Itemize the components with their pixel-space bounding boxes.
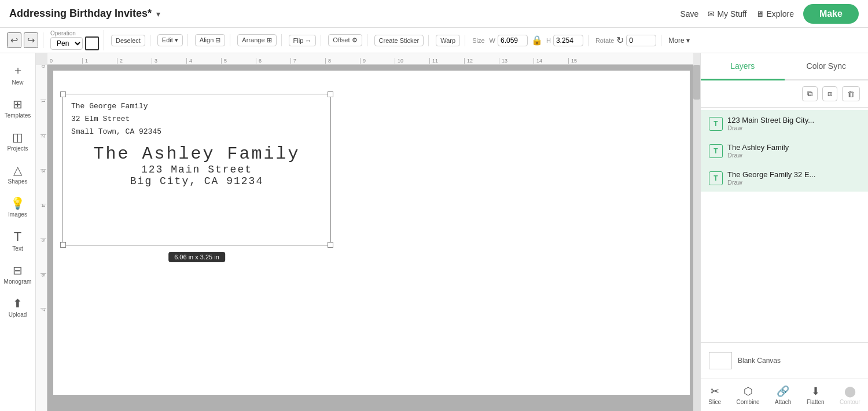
operation-select[interactable]: Pen (50, 37, 83, 50)
toolbar-undo-group: ↩ ↪ (7, 32, 43, 48)
panel-bottom: Blank Canvas (701, 342, 868, 379)
create-sticker-button[interactable]: Create Sticker (374, 35, 424, 46)
explore-button[interactable]: 🖥 Explore (756, 9, 794, 19)
blank-canvas-area: Blank Canvas (709, 348, 860, 373)
rotate-label: Rotate (595, 37, 614, 44)
toolbar-rotate-group: Rotate ↻ (595, 35, 661, 46)
offset-button[interactable]: Offset ⚙ (328, 34, 362, 46)
header-right: Save ✉ My Stuff 🖥 Explore Make (680, 4, 859, 24)
edit-button[interactable]: Edit ▾ (157, 34, 183, 46)
flatten-icon: ⬇ (811, 385, 820, 398)
layer-list: T 123 Main Street Big City... Draw T The… (701, 108, 868, 227)
layer-info: The George Family 32 E... Draw (727, 170, 860, 186)
sidebar-item-templates[interactable]: ⊞ Templates (2, 93, 34, 123)
deselect-button[interactable]: Deselect (111, 35, 145, 46)
undo-button[interactable]: ↩ (7, 32, 21, 48)
layer-type-icon: T (709, 117, 723, 131)
canvas-area[interactable]: 0 1 2 3 4 5 6 7 8 9 10 11 12 13 14 15 0 (36, 53, 700, 411)
sidebar-item-shapes[interactable]: △ Shapes (2, 159, 34, 189)
header-left: Addressing Birthday Invites* ▾ (9, 8, 160, 20)
toolbar-operation-group: Operation Pen (50, 30, 104, 50)
save-button[interactable]: Save (680, 9, 698, 19)
envelope-icon: ✉ (708, 9, 715, 19)
size-tooltip: 6.06 in x 3.25 in (168, 252, 225, 262)
combine-tool[interactable]: ⬡ Combine (732, 383, 764, 408)
group-layers-button[interactable]: ⧈ (822, 86, 837, 101)
handle-tl[interactable] (60, 91, 66, 97)
slice-icon: ✂ (711, 385, 719, 398)
scrollbar-thumb[interactable] (693, 65, 700, 100)
layer-type-icon: T (709, 171, 723, 185)
handle-br[interactable] (328, 242, 333, 248)
handle-bl[interactable] (60, 242, 66, 248)
toolbar-arrange-group: Arrange ⊞ (237, 34, 281, 46)
flatten-tool[interactable]: ⬇ Flatten (802, 383, 829, 408)
slice-tool[interactable]: ✂ Slice (704, 383, 726, 408)
warp-button[interactable]: Warp (436, 35, 460, 46)
duplicate-layers-button[interactable]: ⧉ (802, 86, 818, 101)
tab-colorsync[interactable]: Color Sync (785, 53, 869, 80)
panel-actions: ⧉ ⧈ 🗑 (701, 80, 868, 108)
layer-item[interactable]: T 123 Main Street Big City... Draw (701, 110, 868, 137)
layer-type-icon: T (709, 144, 723, 158)
lock-icon: 🔒 (530, 35, 544, 46)
operation-label-text: Operation Pen (50, 30, 99, 50)
contour-tool: ⬤ Contour (835, 383, 865, 408)
sidebar: ＋ New ⊞ Templates ◫ Projects △ Shapes 💡 … (0, 53, 36, 411)
rotate-input[interactable] (626, 35, 656, 46)
ruler-left: 0 1 2 3 4 5 6 7 (36, 65, 47, 411)
toolbar-size-group: Size W 🔒 H (472, 35, 589, 46)
width-input[interactable] (498, 35, 528, 46)
canvas-grid[interactable]: The George Family 32 Elm Street Small To… (47, 65, 693, 411)
make-button[interactable]: Make (803, 4, 859, 24)
sidebar-item-projects[interactable]: ◫ Projects (2, 126, 34, 156)
sidebar-item-monogram[interactable]: ⊟ Monogram (2, 259, 34, 289)
monogram-icon: ⊟ (13, 263, 23, 277)
handle-tr[interactable] (328, 91, 333, 97)
address-top: The George Family 32 Elm Street Small To… (71, 100, 322, 138)
sidebar-item-new[interactable]: ＋ New (2, 58, 34, 90)
templates-icon: ⊞ (13, 97, 23, 111)
panel-tabs: Layers Color Sync (701, 53, 868, 80)
bottom-toolbar: ✂ Slice ⬡ Combine 🔗 Attach ⬇ Flatten ⬤ C… (701, 379, 868, 411)
main-area: ＋ New ⊞ Templates ◫ Projects △ Shapes 💡 … (0, 53, 868, 411)
flip-button[interactable]: Flip ↔ (289, 35, 317, 46)
align-button[interactable]: Align ⊟ (195, 34, 226, 46)
layer-info: 123 Main Street Big City... Draw (727, 116, 860, 131)
explore-icon: 🖥 (756, 9, 764, 19)
address-main: The Ashley Family 123 Main Street Big Ci… (71, 144, 322, 187)
redo-button[interactable]: ↪ (24, 32, 38, 48)
mystuff-button[interactable]: ✉ My Stuff (708, 9, 746, 19)
delete-layers-button[interactable]: 🗑 (842, 86, 860, 101)
more-button[interactable]: More ▾ (668, 36, 690, 45)
page-title: Addressing Birthday Invites* (9, 8, 152, 20)
sidebar-item-images[interactable]: 💡 Images (2, 192, 34, 222)
images-icon: 💡 (10, 196, 25, 210)
layer-info: The Ashley Family Draw (727, 143, 860, 159)
height-input[interactable] (553, 35, 583, 46)
arrange-button[interactable]: Arrange ⊞ (237, 34, 276, 46)
attach-tool[interactable]: 🔗 Attach (770, 383, 796, 408)
canvas-address-content: The George Family 32 Elm Street Small To… (63, 94, 330, 193)
title-dropdown-icon[interactable]: ▾ (156, 9, 160, 19)
toolbar-warp-group: Warp (436, 35, 465, 46)
header: Addressing Birthday Invites* ▾ Save ✉ My… (0, 0, 868, 28)
rotate-icon: ↻ (616, 35, 624, 46)
blank-canvas-box (709, 352, 732, 369)
operation-square[interactable] (85, 36, 99, 50)
contour-icon: ⬤ (844, 385, 856, 398)
combine-icon: ⬡ (744, 385, 753, 398)
layer-item[interactable]: T The George Family 32 E... Draw (701, 164, 868, 192)
layer-item[interactable]: T The Ashley Family Draw (701, 137, 868, 164)
upload-icon: ⬆ (13, 296, 23, 310)
sidebar-item-text[interactable]: T Text (2, 225, 34, 256)
tab-layers[interactable]: Layers (701, 53, 785, 80)
toolbar-align-group: Align ⊟ (195, 34, 231, 46)
selection-box[interactable]: The George Family 32 Elm Street Small To… (62, 94, 331, 245)
attach-icon: 🔗 (777, 385, 789, 398)
toolbar-offset-group: Offset ⚙ (328, 34, 367, 46)
ruler-top: 0 1 2 3 4 5 6 7 8 9 10 11 12 13 14 15 (47, 53, 693, 65)
right-panel: Layers Color Sync ⧉ ⧈ 🗑 T 123 Main Stree… (700, 53, 868, 411)
sidebar-item-upload[interactable]: ⬆ Upload (2, 292, 34, 322)
canvas-scrollbar[interactable] (693, 65, 700, 411)
